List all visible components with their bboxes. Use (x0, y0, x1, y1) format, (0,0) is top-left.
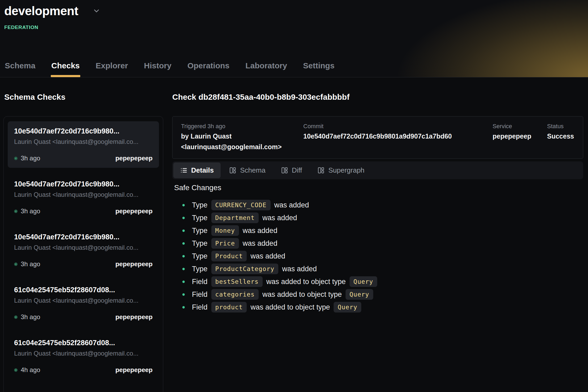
change-prefix: Type (192, 265, 208, 273)
meta-col-commit: Commit 10e540d7aef72c0d716c9b9801a9d907c… (303, 122, 493, 152)
detail-tab-supergraph[interactable]: Supergraph (310, 162, 371, 178)
schema-check-item[interactable]: 10e540d7aef72c0d716c9b980... Laurin Quas… (8, 174, 159, 221)
check-footer: 3h ago pepepepeep (14, 155, 153, 162)
bullet-icon (182, 293, 185, 296)
change-code-badge: CURRENCY_CODE (211, 200, 271, 210)
detail-tab-details[interactable]: Details (173, 162, 221, 178)
sidebar-title: Schema Checks (4, 93, 65, 102)
change-prefix: Type (192, 252, 208, 260)
check-id: 10e540d7aef72c0d716c9b980... (14, 127, 153, 135)
check-author: Laurin Quast <laurinquast@googlemail.co.… (14, 297, 153, 304)
nav-tab-history[interactable]: History (144, 61, 172, 77)
change-suffix: was added (250, 252, 285, 260)
bullet-icon (182, 281, 185, 283)
check-service: pepepepeep (115, 155, 153, 162)
bullet-icon (182, 268, 185, 270)
status-dot-icon (14, 262, 18, 266)
schema-check-item[interactable]: 61c04e25475eb52f28607d08... Laurin Quast… (8, 333, 159, 380)
detail-tab-schema[interactable]: Schema (222, 162, 272, 178)
change-row: Type Department was added (172, 211, 381, 224)
change-prefix: Type (192, 227, 208, 235)
columns-icon (229, 167, 236, 174)
change-code2-badge: Query (350, 276, 377, 287)
change-row: Type CURRENCY_CODE was added (172, 199, 381, 211)
change-prefix: Type (192, 214, 208, 222)
change-code2-badge: Query (334, 302, 361, 312)
change-suffix: was added to object type (250, 303, 330, 311)
check-footer: 3h ago pepepepeep (14, 313, 153, 321)
status-dot-icon (14, 315, 18, 319)
check-meta-box: Triggered 3h ago by Laurin Quast <laurin… (172, 116, 583, 159)
project-title-row: development (4, 4, 100, 18)
schema-check-item[interactable]: 61c04e25475eb52f28607d08... Laurin Quast… (8, 280, 159, 327)
nav-tab-checks[interactable]: Checks (51, 61, 80, 77)
change-prefix: Field (192, 278, 208, 286)
changes-list: Type CURRENCY_CODE was added Type Depart… (172, 199, 381, 314)
nav-tab-laboratory[interactable]: Laboratory (245, 61, 288, 77)
nav-tab-operations[interactable]: Operations (187, 61, 230, 77)
check-service: pepepepeep (115, 260, 153, 268)
meta-col-status: Status Success (547, 122, 574, 152)
change-code-badge: Price (211, 238, 239, 249)
change-suffix: was added (243, 239, 278, 248)
detail-tab-diff[interactable]: Diff (274, 162, 309, 178)
schema-check-list: 10e540d7aef72c0d716c9b980... Laurin Quas… (3, 116, 163, 392)
change-row: Type ProductCategory was added (172, 262, 381, 275)
detail-tab-label: Details (191, 166, 214, 174)
bullet-icon (182, 255, 185, 257)
change-row: Type Price was added (172, 237, 381, 250)
columns-icon (317, 167, 325, 174)
check-service: pepepepeep (115, 366, 153, 374)
triggered-label: Triggered 3h ago (181, 122, 303, 131)
check-author: Laurin Quast <laurinquast@googlemail.co.… (14, 244, 153, 251)
nav-tab-settings[interactable]: Settings (303, 61, 335, 77)
change-code-badge: Department (211, 212, 259, 223)
check-footer: 4h ago pepepepeep (14, 366, 153, 374)
nav-tab-schema[interactable]: Schema (4, 61, 36, 77)
detail-tab-label: Schema (240, 166, 265, 174)
check-time: 3h ago (21, 155, 40, 162)
check-id: 61c04e25475eb52f28607d08... (14, 286, 153, 294)
change-suffix: was added to object type (262, 290, 342, 299)
schema-check-item[interactable]: 10e540d7aef72c0d716c9b980... Laurin Quas… (8, 227, 159, 274)
check-author: Laurin Quast <laurinquast@googlemail.co.… (14, 350, 153, 357)
check-id: 61c04e25475eb52f28607d08... (14, 339, 153, 347)
status-dot-icon (14, 368, 18, 372)
check-author: Laurin Quast <laurinquast@googlemail.co.… (14, 191, 153, 198)
change-code-badge: bestSellers (211, 276, 263, 287)
change-code-badge: product (211, 302, 247, 312)
change-prefix: Field (192, 290, 208, 299)
triggered-by: by Laurin Quast (181, 131, 303, 141)
change-row: Field bestSellers was added to object ty… (172, 275, 381, 288)
nav-tab-label: Settings (303, 61, 334, 70)
change-suffix: was added (262, 214, 297, 222)
bullet-icon (182, 242, 185, 245)
nav-tab-label: Laboratory (245, 61, 287, 70)
federation-badge: FEDERATION (4, 24, 38, 30)
service-label: Service (493, 122, 547, 131)
nav-tab-label: Operations (187, 61, 229, 70)
check-time: 3h ago (21, 207, 40, 215)
triggered-email: <laurinquast@googlemail.com> (181, 141, 303, 152)
bullet-icon (182, 230, 185, 232)
section-title: Safe Changes (174, 184, 221, 192)
change-code-badge: ProductCategory (211, 264, 279, 274)
nav-tab-label: Checks (51, 61, 80, 70)
nav-tab-explorer[interactable]: Explorer (95, 61, 129, 77)
check-service: pepepepeep (115, 207, 153, 215)
change-code-badge: categories (211, 289, 259, 300)
status-value: Success (547, 131, 574, 141)
nav-tab-label: Explorer (96, 61, 128, 70)
detail-tab-label: Diff (292, 166, 302, 174)
schema-check-item[interactable]: 10e540d7aef72c0d716c9b980... Laurin Quas… (8, 121, 159, 168)
chevron-down-icon[interactable] (93, 7, 100, 15)
check-id: 10e540d7aef72c0d716c9b980... (14, 180, 153, 188)
change-row: Type Money was added (172, 224, 381, 237)
commit-value: 10e540d7aef72c0d716c9b9801a9d907c1a7bd60 (303, 131, 493, 141)
change-prefix: Type (192, 239, 208, 248)
change-code-badge: Product (211, 251, 247, 261)
check-time: 3h ago (21, 313, 40, 321)
check-detail-tabs: Details Schema Diff Supergraph (172, 161, 583, 179)
change-code-badge: Money (211, 225, 239, 236)
nav-tab-label: History (144, 61, 171, 70)
